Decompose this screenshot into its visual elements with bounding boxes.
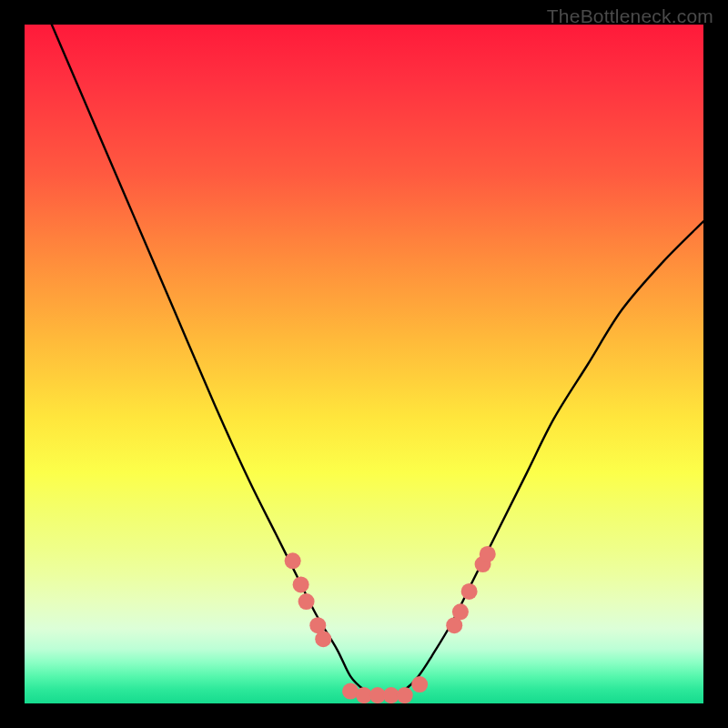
data-marker	[397, 687, 413, 703]
data-marker	[480, 546, 496, 562]
data-marker	[315, 631, 331, 647]
data-marker	[298, 593, 315, 610]
marker-group	[285, 546, 496, 703]
chart-svg	[25, 25, 703, 703]
data-marker	[461, 583, 478, 600]
data-marker	[293, 576, 309, 592]
bottleneck-curve	[52, 25, 703, 697]
plot-area	[25, 25, 703, 703]
data-marker	[452, 603, 469, 620]
data-marker	[411, 676, 428, 693]
data-marker	[285, 552, 301, 569]
chart-container: TheBottleneck.com	[0, 0, 728, 728]
